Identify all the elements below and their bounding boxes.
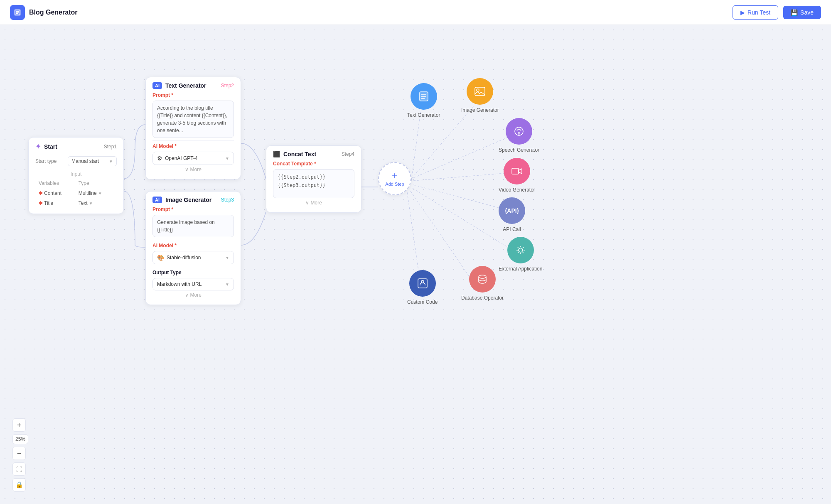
video-gen-side-circle [504, 158, 530, 184]
side-node-image-generator[interactable]: Image Generator [461, 78, 499, 113]
concat-icon: ⬛ [273, 151, 280, 157]
concat-body: Concat Template * {{Step2.output}}{{Step… [266, 161, 361, 212]
start-type-row: Start type Manual start ▼ [29, 154, 123, 169]
zoom-in-button[interactable]: + [12, 418, 26, 432]
start-node-body: Variables Type ✱Content Multiline ▼ ✱Tit… [29, 178, 123, 214]
start-node-header: ✦ Start Step1 [29, 138, 123, 154]
img-ai-model-label: AI Model * [152, 243, 234, 248]
custom-code-side-label: Custom Code [407, 299, 438, 305]
ai-model-value: OpenAI GPT-4 [165, 155, 198, 161]
img-gen-more[interactable]: ∨ More [152, 290, 234, 300]
zoom-out-button[interactable]: − [12, 447, 26, 460]
db-op-side-circle [469, 266, 496, 293]
concat-step-label: Step4 [342, 151, 354, 157]
ai-model-select[interactable]: ⚙ OpenAI GPT-4 ▼ [152, 152, 234, 165]
img-gen-step-label: Step3 [221, 197, 234, 203]
img-gen-body: Prompt * Generate image based on {{Title… [146, 207, 241, 305]
openai-icon: ⚙ [157, 155, 162, 162]
side-node-speech-generator[interactable]: Speech Generator [499, 118, 539, 153]
output-type-label: Output Type [152, 270, 234, 275]
svg-point-26 [479, 275, 486, 278]
side-node-api-call[interactable]: {API} API Call [499, 197, 525, 232]
image-generator-node: AI Image Generator Step3 Prompt * Genera… [145, 191, 241, 305]
run-test-button[interactable]: ▶ Run Test [733, 5, 778, 20]
stable-diffusion-icon: 🎨 [157, 254, 164, 261]
start-step-label: Step1 [104, 144, 117, 150]
chevron-down-icon: ▼ [225, 256, 229, 260]
ai-model-label: AI Model * [152, 143, 234, 149]
start-type-label: Start type [35, 158, 64, 164]
header-right: ▶ Run Test 💾 Save [733, 5, 821, 20]
svg-line-7 [413, 135, 513, 178]
side-node-custom-code[interactable]: Custom Code [407, 270, 438, 305]
api-call-side-circle: {API} [499, 197, 525, 224]
side-node-database-operator[interactable]: Database Operator [461, 266, 504, 301]
api-call-side-label: API Call [503, 226, 521, 232]
start-type-value: Manual start [71, 158, 99, 164]
concat-more[interactable]: ∨ More [273, 198, 354, 207]
concat-title: ⬛ Concat Text [273, 151, 316, 157]
add-step-button[interactable]: + Add Step [378, 162, 411, 195]
ai-model-select-inner: ⚙ OpenAI GPT-4 [157, 155, 198, 162]
svg-line-5 [411, 112, 420, 181]
image-gen-side-circle [467, 78, 493, 105]
side-node-text-generator[interactable]: Text Generator [407, 83, 440, 118]
side-node-video-generator[interactable]: Video Generator [499, 158, 535, 193]
img-prompt-text[interactable]: Generate image based on {{Title}} [152, 215, 234, 237]
image-gen-side-label: Image Generator [461, 107, 499, 113]
zoom-in-label: + [17, 421, 22, 430]
lock-button[interactable]: 🔒 [12, 478, 26, 492]
lock-icon: 🔒 [15, 481, 23, 489]
table-row: ✱Title Text ▼ [36, 199, 116, 208]
concat-template-text[interactable]: {{Step2.output}}{{Step3.output}} [273, 169, 354, 198]
start-type-select[interactable]: Manual start ▼ [68, 156, 117, 166]
type-content[interactable]: Multiline ▼ [76, 189, 116, 198]
save-label: Save [800, 9, 814, 16]
input-section-label: Input [29, 169, 123, 178]
side-node-external-app[interactable]: External Application [499, 237, 542, 272]
video-gen-side-label: Video Generator [499, 187, 535, 193]
app-icon [10, 5, 25, 20]
type-title[interactable]: Text ▼ [76, 199, 116, 208]
text-gen-more[interactable]: ∨ More [152, 165, 234, 174]
speech-gen-side-circle [506, 118, 532, 145]
ext-app-side-circle [507, 237, 534, 263]
text-gen-side-label: Text Generator [407, 112, 440, 118]
speech-gen-side-label: Speech Generator [499, 147, 539, 153]
text-gen-step-label: Step2 [221, 83, 234, 89]
img-ai-model-select[interactable]: 🎨 Stable-diffusion ▼ [152, 251, 234, 264]
zoom-out-label: − [17, 449, 22, 458]
ext-app-side-label: External Application [499, 266, 542, 272]
save-icon: 💾 [791, 9, 798, 16]
img-ai-model-inner: 🎨 Stable-diffusion [157, 254, 201, 261]
header-left: Blog Generator [10, 5, 77, 20]
start-input-rows: ✱Content Multiline ▼ ✱Title Text ▼ [36, 189, 116, 208]
prompt-text[interactable]: According to the blog title {{Title}} an… [152, 101, 234, 138]
text-generator-node: AI Text Generator Step2 Prompt * Accordi… [145, 77, 241, 179]
zoom-level-label: 25% [12, 434, 28, 444]
fit-view-icon: ⛶ [16, 466, 22, 473]
prompt-label: Prompt * [152, 92, 234, 98]
run-test-label: Run Test [747, 9, 770, 16]
output-type-select[interactable]: Markdown with URL ▼ [152, 278, 234, 290]
svg-rect-24 [512, 168, 519, 174]
text-gen-side-circle [411, 83, 437, 110]
save-button[interactable]: 💾 Save [783, 6, 821, 19]
svg-point-25 [519, 248, 523, 252]
var-title: ✱Title [36, 199, 75, 208]
ai-badge-img: AI [152, 197, 162, 203]
play-icon: ▶ [740, 9, 745, 16]
text-gen-title-text: Text Generator [165, 82, 207, 89]
table-row: ✱Content Multiline ▼ [36, 189, 116, 198]
start-node-title: ✦ Start [35, 143, 57, 150]
text-gen-title: AI Text Generator [152, 82, 207, 89]
fit-view-button[interactable]: ⛶ [12, 462, 26, 476]
type-header: Type [76, 179, 116, 188]
db-op-side-label: Database Operator [461, 295, 504, 301]
concat-text-node: ⬛ Concat Text Step4 Concat Template * {{… [266, 145, 361, 213]
img-gen-title-text: Image Generator [165, 197, 211, 203]
concat-template-label: Concat Template * [273, 161, 354, 167]
start-node: ✦ Start Step1 Start type Manual start ▼ … [28, 137, 124, 214]
canvas: ✦ Start Step1 Start type Manual start ▼ … [0, 25, 831, 504]
chevron-down-icon: ▼ [109, 159, 113, 164]
